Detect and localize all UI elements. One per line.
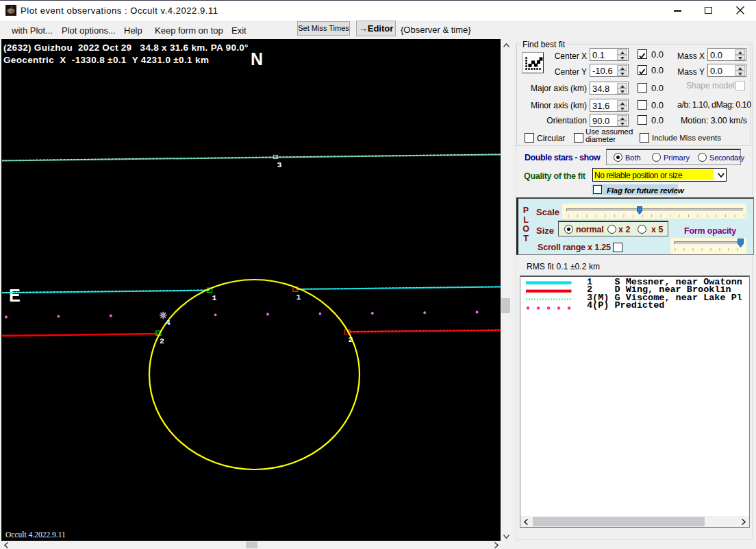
svg-text:E: E xyxy=(9,286,21,305)
svg-text:N: N xyxy=(251,49,263,69)
svg-text:(2632) Guizhou 2022 Oct 29: (2632) Guizhou 2022 Oct 29 34.8 x 31.6 k… xyxy=(3,42,249,53)
svg-text:1: 1 xyxy=(297,293,301,302)
svg-text:2: 2 xyxy=(349,335,353,344)
svg-text:Occult 4.2022.9.11: Occult 4.2022.9.11 xyxy=(5,530,66,539)
svg-text:3: 3 xyxy=(277,160,282,169)
svg-text:Geocentric X -1330.8 ±0.1 Y: Geocentric X -1330.8 ±0.1 Y 4231.0 ±0.1 … xyxy=(3,55,209,65)
svg-text:2: 2 xyxy=(160,337,164,345)
svg-text:4: 4 xyxy=(166,318,171,327)
svg-text:1: 1 xyxy=(212,293,217,302)
